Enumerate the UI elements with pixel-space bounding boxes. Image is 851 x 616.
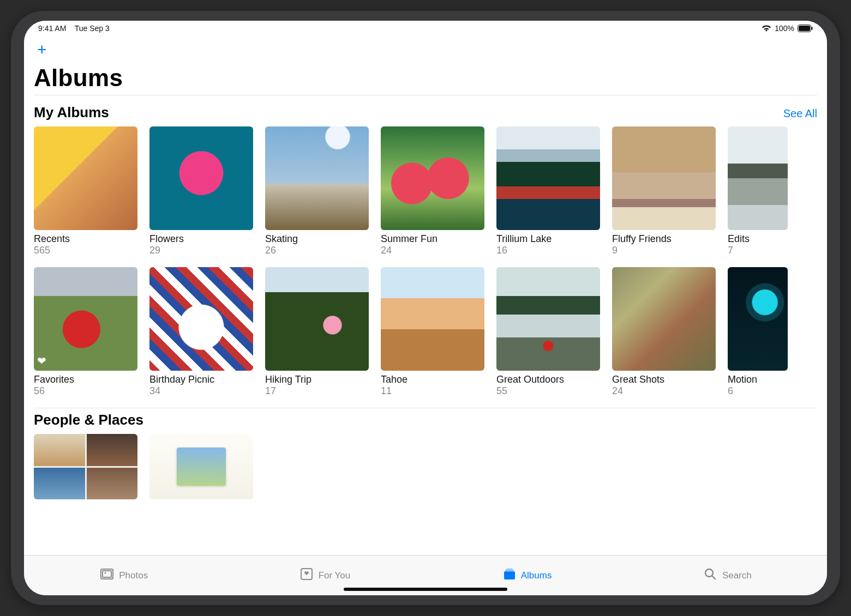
person-thumb — [34, 434, 85, 466]
svg-point-10 — [705, 569, 713, 577]
for-you-icon — [299, 566, 314, 584]
divider — [34, 408, 817, 408]
section-header-my-albums: My Albums See All — [34, 104, 817, 121]
album-places[interactable] — [149, 434, 253, 499]
album-skating[interactable]: Skating 26 — [265, 126, 369, 256]
album-count: 7 — [728, 245, 788, 256]
person-thumb — [34, 468, 85, 500]
album-count: 11 — [381, 385, 484, 397]
section-title: My Albums — [34, 104, 109, 121]
tab-for-you[interactable]: For You — [299, 566, 351, 584]
status-right: 100% — [762, 24, 813, 33]
album-thumb — [265, 267, 369, 371]
album-name: Favorites — [34, 374, 137, 385]
home-indicator[interactable] — [344, 588, 507, 591]
album-count: 55 — [496, 385, 600, 397]
album-thumb — [265, 126, 369, 230]
album-thumb — [34, 126, 137, 230]
album-count: 9 — [612, 245, 716, 256]
svg-rect-4 — [103, 571, 111, 577]
album-name: Fluffy Friends — [612, 233, 716, 245]
content-scroll[interactable]: My Albums See All Recents 565 Flowers 29… — [24, 101, 827, 555]
album-thumb — [496, 126, 600, 230]
album-name: Tahoe — [381, 374, 484, 385]
album-name: Hiking Trip — [265, 374, 369, 385]
album-thumb — [728, 126, 788, 230]
album-great-shots[interactable]: Great Shots 24 — [612, 267, 716, 397]
divider — [34, 95, 817, 95]
album-motion[interactable]: Motion 6 — [728, 267, 788, 397]
album-name: Edits — [728, 233, 788, 245]
svg-rect-1 — [799, 26, 810, 31]
tab-search[interactable]: Search — [703, 566, 752, 584]
album-tahoe[interactable]: Tahoe 11 — [381, 267, 484, 397]
album-thumb — [381, 267, 484, 371]
album-people[interactable] — [34, 434, 137, 499]
add-album-button[interactable]: + — [34, 39, 50, 60]
album-hiking-trip[interactable]: Hiking Trip 17 — [265, 267, 369, 397]
status-date: Tue Sep 3 — [75, 24, 110, 33]
photos-icon — [99, 566, 115, 584]
people-places-row[interactable] — [34, 434, 817, 499]
album-count: 26 — [265, 245, 369, 256]
tab-label: Albums — [521, 570, 552, 581]
album-fluffy-friends[interactable]: Fluffy Friends 9 — [612, 126, 716, 256]
album-name: Motion — [728, 374, 788, 385]
svg-rect-9 — [506, 569, 513, 570]
album-recents[interactable]: Recents 565 — [34, 126, 137, 256]
wifi-icon — [762, 25, 771, 32]
album-thumb — [612, 267, 716, 371]
album-thumb — [381, 126, 484, 230]
people-grid — [34, 434, 137, 499]
album-name: Recents — [34, 233, 137, 245]
svg-rect-8 — [505, 570, 514, 571]
section-title: People & Places — [34, 412, 143, 428]
album-trillium-lake[interactable]: Trillium Lake 16 — [496, 126, 600, 256]
search-icon — [703, 566, 718, 584]
album-name: Summer Fun — [381, 233, 484, 245]
album-count: 34 — [149, 385, 253, 397]
tab-label: For You — [319, 570, 351, 581]
album-count: 16 — [496, 245, 600, 256]
album-name: Flowers — [149, 233, 253, 245]
album-count: 24 — [612, 385, 716, 397]
album-great-outdoors[interactable]: Great Outdoors 55 — [496, 267, 600, 397]
screen: 9:41 AM Tue Sep 3 100% + Albums My Al — [24, 21, 827, 595]
map-photo-pin — [177, 448, 226, 486]
album-summer-fun[interactable]: Summer Fun 24 — [381, 126, 484, 256]
album-count: 24 — [381, 245, 484, 256]
section-header-people-places: People & Places — [34, 412, 817, 428]
album-name: Skating — [265, 233, 369, 245]
album-name: Great Outdoors — [496, 374, 600, 385]
album-count: 6 — [728, 385, 788, 397]
album-count: 29 — [149, 245, 253, 256]
album-thumb — [612, 126, 716, 230]
battery-pct: 100% — [775, 24, 794, 33]
tab-photos[interactable]: Photos — [99, 566, 148, 584]
album-row-1[interactable]: Recents 565 Flowers 29 Skating 26 Summer… — [34, 126, 817, 256]
battery-icon — [798, 25, 813, 32]
see-all-button[interactable]: See All — [783, 107, 817, 120]
album-row-2[interactable]: ❤︎ Favorites 56 Birthday Picnic 34 Hikin… — [34, 267, 817, 397]
heart-icon: ❤︎ — [37, 354, 46, 367]
album-flowers[interactable]: Flowers 29 — [149, 126, 253, 256]
svg-rect-7 — [504, 571, 515, 579]
album-edits[interactable]: Edits 7 — [728, 126, 788, 256]
tab-albums[interactable]: Albums — [501, 566, 552, 584]
nav-bar: + Albums — [24, 36, 827, 101]
svg-line-11 — [712, 576, 716, 580]
person-thumb — [87, 434, 138, 466]
album-thumb: ❤︎ — [34, 267, 137, 371]
device-frame: 9:41 AM Tue Sep 3 100% + Albums My Al — [11, 11, 840, 605]
album-birthday-picnic[interactable]: Birthday Picnic 34 — [149, 267, 253, 397]
svg-rect-2 — [812, 27, 813, 30]
tab-label: Photos — [119, 570, 148, 581]
album-count: 565 — [34, 245, 137, 256]
album-count: 56 — [34, 385, 137, 397]
albums-icon — [501, 566, 517, 584]
status-bar: 9:41 AM Tue Sep 3 100% — [24, 21, 827, 36]
tab-label: Search — [722, 570, 752, 581]
album-name: Great Shots — [612, 374, 716, 385]
svg-point-5 — [105, 572, 106, 574]
album-favorites[interactable]: ❤︎ Favorites 56 — [34, 267, 137, 397]
